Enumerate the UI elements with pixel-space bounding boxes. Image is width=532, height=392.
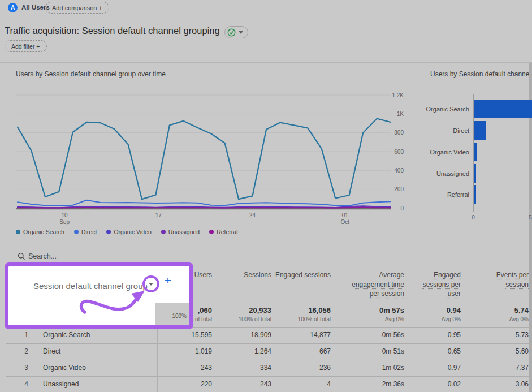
row-rank: 4 <box>6 377 28 392</box>
row-metric-value: 0.65 <box>404 344 461 360</box>
table-row-organic-search: 1Organic Search15,59518,90914,8770m 56s0… <box>6 327 529 343</box>
add-comparison-button[interactable]: Add comparison + <box>45 2 109 14</box>
legend-item-unassigned: Unassigned <box>161 229 200 235</box>
overlay-column-divider <box>184 266 184 301</box>
totals-subtext: 100% of total <box>271 316 331 323</box>
totals-cell: 5.74Avg 0% <box>461 304 529 327</box>
table-body: 1Organic Search15,59518,90914,8770m 56s0… <box>6 327 529 392</box>
row-channel-label: Direct <box>43 347 60 355</box>
column-header-sessions: Sessions <box>212 267 271 304</box>
series-line-direct <box>18 200 391 206</box>
legend-dot-direct <box>74 230 79 234</box>
totals-value: 0.94 <box>404 306 461 315</box>
legend-item-referral: Referral <box>209 229 237 235</box>
legend-item-organic-search: Organic Search <box>16 229 64 235</box>
row-metric-value: 0.97 <box>404 360 461 376</box>
legend-dot-referral <box>209 230 214 234</box>
column-header-engaged-sessions-per-user: Engaged sessions per user <box>404 267 461 304</box>
overlay-total-fragment: 100% <box>155 303 189 325</box>
totals-value: 20,933 <box>212 306 271 315</box>
table-row-direct: 2Direct1,0191,2646670m 51s0.655.60 <box>6 343 529 360</box>
search-input[interactable]: Search... <box>28 252 57 260</box>
series-line-organic-search <box>18 119 391 200</box>
totals-value: 5.74 <box>461 306 529 315</box>
totals-subtext: 100% of total <box>212 316 271 323</box>
row-metric-value: 243 <box>157 360 212 376</box>
column-header-label[interactable]: Average engagement time per session <box>351 270 404 299</box>
totals-cell: 20,933100% of total <box>212 304 271 327</box>
row-channel-label: Unassigned <box>43 380 79 388</box>
legend-dot-organic-search <box>16 230 20 234</box>
row-metric-value: 5.60 <box>461 344 529 360</box>
x-axis-tick-label: 17 <box>155 212 162 218</box>
row-metric-value: 0.02 <box>404 377 461 392</box>
legend-label: Referral <box>217 229 237 235</box>
table-card-divider <box>6 245 532 245</box>
bar-chart-title: Users by Session default channel gro <box>430 70 532 78</box>
x-axis-tick-sublabel: Oct <box>341 219 350 225</box>
add-filter-button[interactable]: Add filter + <box>5 40 47 52</box>
legend-dot-unassigned <box>161 230 166 234</box>
legend-label: Unassigned <box>168 229 200 235</box>
legend-label: Organic Video <box>114 229 151 235</box>
bar-organic-video <box>474 143 477 161</box>
row-metric-value: 7.37 <box>461 360 529 376</box>
check-circle-icon <box>227 28 236 37</box>
totals-cell: 0.94Avg 0% <box>404 304 461 327</box>
column-header-label[interactable]: Events per session <box>488 270 529 289</box>
row-metric-value: 2m 36s <box>331 377 404 392</box>
annotation-arrow-icon <box>73 283 157 324</box>
table-row-unassigned: 4Unassigned22024342m 36s0.023.06 <box>6 376 529 392</box>
row-metric-value: 220 <box>157 377 212 392</box>
x-axis-tick-label: 01 <box>342 212 349 218</box>
column-header-label[interactable]: Users <box>194 270 212 280</box>
x-axis-tick-label: 10 <box>62 212 68 218</box>
column-header-average-engagement-time-per-session: Average engagement time per session <box>331 267 404 304</box>
column-header-label[interactable]: Engaged sessions per user <box>416 270 461 299</box>
legend-item-organic-video: Organic Video <box>106 229 151 235</box>
column-header-label[interactable]: Sessions <box>244 270 271 280</box>
row-dimension-cell: 3Organic Video <box>6 360 157 376</box>
chart-legend: Organic SearchDirectOrganic VideoUnassig… <box>16 229 238 235</box>
totals-value: 16,056 <box>271 306 331 315</box>
line-chart-title: Users by Session default channel group o… <box>16 70 166 78</box>
chevron-down-icon <box>239 31 243 34</box>
page-title: Traffic acquisition: Session default cha… <box>5 25 220 36</box>
traffic-acquisition-report: A All Users Add comparison + Traffic acq… <box>0 0 532 392</box>
totals-value: 0m 57s <box>331 306 404 315</box>
row-metric-value: 3.06 <box>461 377 529 392</box>
table-row-organic-video: 3Organic Video2433342361m 02s0.977.37 <box>6 360 529 376</box>
row-metric-value: 4 <box>271 377 331 392</box>
bar-category-label-organic-video: Organic Video <box>396 149 469 156</box>
bar-category-label-direct: Direct <box>396 127 469 134</box>
all-users-avatar-icon[interactable]: A <box>8 3 18 12</box>
bar-direct <box>474 121 486 140</box>
column-header-label[interactable]: Engaged sessions <box>275 270 331 280</box>
row-rank: 3 <box>6 360 28 376</box>
line-chart: 02004006008001K1.2K10Sep172401Oct <box>16 89 406 227</box>
bar-unassigned <box>474 164 476 183</box>
totals-subtext: Avg 0% <box>331 316 404 323</box>
totals-cell: 0m 57sAvg 0% <box>331 304 404 327</box>
search-icon <box>18 252 25 260</box>
column-header-events-per-session: Events per session <box>461 267 529 304</box>
x-axis-tick-label: 24 <box>249 212 256 218</box>
row-metric-value: 0.95 <box>404 328 461 343</box>
bar-x-axis-tick-label: 5 <box>526 214 532 221</box>
row-metric-value: 5.73 <box>461 328 529 343</box>
bar-referral <box>474 185 476 204</box>
bar-chart: Organic SearchDirectOrganic VideoUnassig… <box>396 91 532 223</box>
row-dimension-cell: 1Organic Search <box>6 328 157 343</box>
bar-category-label-organic-search: Organic Search <box>396 106 469 113</box>
add-secondary-dimension-button[interactable]: + <box>162 272 174 289</box>
bar-category-label-referral: Referral <box>396 191 469 198</box>
totals-subtext: Avg 0% <box>461 316 529 323</box>
row-metric-value: 14,877 <box>271 328 331 343</box>
report-status-dropdown[interactable] <box>224 26 248 38</box>
legend-label: Direct <box>81 229 97 235</box>
row-metric-value: 236 <box>271 360 331 376</box>
bar-organic-search <box>474 100 532 118</box>
row-metric-value: 15,595 <box>157 328 212 343</box>
row-rank: 1 <box>6 328 28 343</box>
x-axis-tick-sublabel: Sep <box>59 219 70 225</box>
